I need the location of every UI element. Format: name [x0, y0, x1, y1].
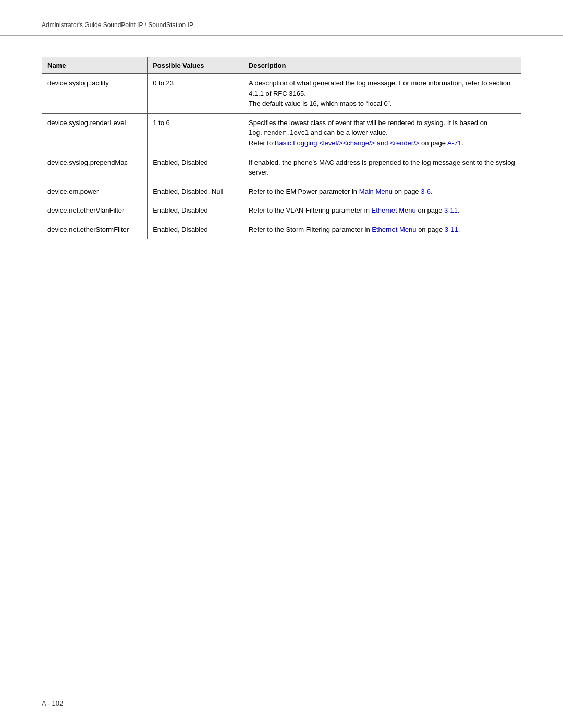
cell-description: Specifies the lowest class of event that… [243, 113, 521, 153]
cell-description: Refer to the Storm Filtering parameter i… [243, 220, 521, 239]
cell-name: device.syslog.prependMac [42, 153, 148, 182]
table-row: device.em.powerEnabled, Disabled, NullRe… [42, 182, 521, 201]
cell-description: If enabled, the phone’s MAC address is p… [243, 153, 521, 182]
cell-name: device.syslog.renderLevel [42, 113, 148, 153]
cell-values: 0 to 23 [148, 74, 243, 114]
page-container: Administrator's Guide SoundPoint IP / So… [0, 0, 563, 728]
description-link[interactable]: Ethernet Menu [372, 206, 416, 214]
cell-name: device.em.power [42, 182, 148, 201]
cell-values: 1 to 6 [148, 113, 243, 153]
header-title: Administrator's Guide SoundPoint IP / So… [42, 21, 193, 29]
footer-area: A - 102 [42, 699, 63, 707]
header-area: Administrator's Guide SoundPoint IP / So… [0, 0, 563, 36]
table-row: device.syslog.prependMacEnabled, Disable… [42, 153, 521, 182]
description-link-page[interactable]: A-71 [447, 139, 461, 147]
table-row: device.net.etherVlanFilterEnabled, Disab… [42, 201, 521, 220]
cell-description: Refer to the EM Power parameter in Main … [243, 182, 521, 201]
cell-name: device.net.etherStormFilter [42, 220, 148, 239]
cell-description: Refer to the VLAN Filtering parameter in… [243, 201, 521, 220]
description-link-page[interactable]: 3-6 [421, 188, 431, 195]
page-number: A - 102 [42, 699, 63, 707]
parameters-table: Name Possible Values Description device.… [42, 57, 521, 239]
main-content: Name Possible Values Description device.… [0, 36, 563, 270]
cell-values: Enabled, Disabled [148, 153, 243, 182]
table-row: device.net.etherStormFilterEnabled, Disa… [42, 220, 521, 239]
cell-values: Enabled, Disabled, Null [148, 182, 243, 201]
table-row: device.syslog.facility0 to 23A descripti… [42, 74, 521, 114]
cell-name: device.syslog.facility [42, 74, 148, 114]
description-link[interactable]: Ethernet Menu [372, 226, 416, 233]
col-header-values: Possible Values [148, 57, 243, 74]
description-link[interactable]: Basic Logging <level/><change/> and <ren… [275, 139, 420, 147]
col-header-description: Description [243, 57, 521, 74]
description-link[interactable]: Main Menu [359, 188, 393, 195]
cell-values: Enabled, Disabled [148, 220, 243, 239]
cell-description: A description of what generated the log … [243, 74, 521, 114]
table-header-row: Name Possible Values Description [42, 57, 521, 74]
col-header-name: Name [42, 57, 148, 74]
table-row: device.syslog.renderLevel1 to 6Specifies… [42, 113, 521, 153]
cell-values: Enabled, Disabled [148, 201, 243, 220]
description-link-page[interactable]: 3-11 [445, 226, 458, 233]
cell-name: device.net.etherVlanFilter [42, 201, 148, 220]
description-link-page[interactable]: 3-11 [444, 206, 458, 214]
code-text: log.render.level [249, 130, 309, 137]
